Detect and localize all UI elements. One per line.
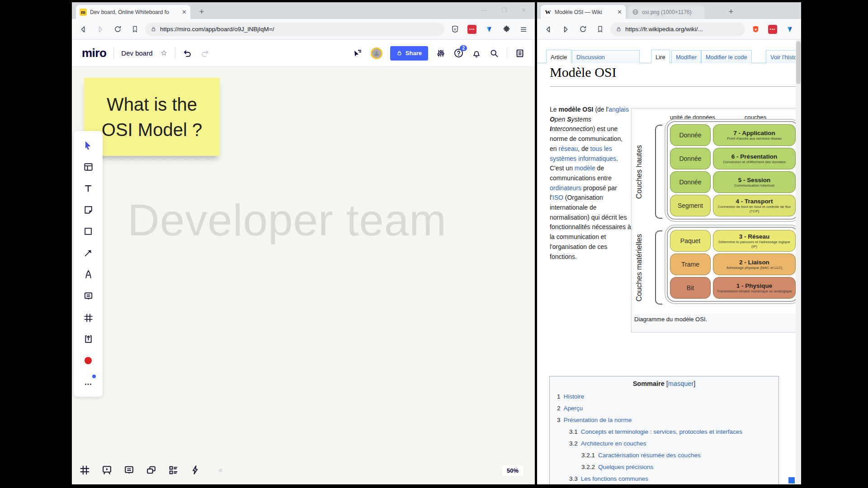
wiki-link[interactable]: ISO bbox=[552, 194, 563, 201]
sticky-note-tool[interactable] bbox=[81, 203, 95, 217]
pen-tool[interactable] bbox=[81, 268, 95, 282]
redo-icon[interactable] bbox=[200, 48, 210, 58]
more-tools[interactable] bbox=[81, 375, 95, 389]
toc-item[interactable]: 3.2.1Caractérisation résumée des couches bbox=[554, 450, 774, 461]
tab-wikipedia[interactable]: W Modèle OSI — Wiki ✕ bbox=[541, 5, 626, 19]
record-tool[interactable] bbox=[81, 354, 95, 367]
password-extension-icon[interactable]: ••• bbox=[465, 23, 479, 36]
forward-button[interactable] bbox=[94, 23, 107, 36]
board-name[interactable]: Dev board bbox=[121, 49, 152, 57]
star-icon[interactable] bbox=[160, 49, 168, 57]
lock-icon bbox=[396, 50, 402, 56]
toc-item[interactable]: 3.2.2Quelques précisions bbox=[554, 461, 774, 473]
teal-extension-icon[interactable] bbox=[482, 23, 496, 36]
comments-panel-icon[interactable] bbox=[123, 464, 135, 476]
reload-button[interactable] bbox=[576, 23, 590, 36]
presentation-icon[interactable] bbox=[100, 464, 113, 476]
wiki-link[interactable]: modèle bbox=[575, 164, 595, 172]
back-button[interactable] bbox=[542, 23, 555, 36]
new-tab-button[interactable]: + bbox=[196, 6, 208, 18]
search-icon[interactable] bbox=[489, 48, 499, 58]
minimize-button[interactable]: — bbox=[478, 4, 491, 16]
toc-item[interactable]: 3.2Architecture en couches bbox=[554, 438, 774, 450]
collapse-toolbar-icon[interactable]: « bbox=[218, 465, 223, 475]
select-tool[interactable] bbox=[81, 139, 95, 152]
settings-sliders-icon[interactable] bbox=[436, 48, 446, 58]
toc-item[interactable]: 3.3Les fonctions communes bbox=[554, 473, 774, 484]
screen: m Dev board, Online Whiteboard fo ✕ + — … bbox=[0, 0, 868, 488]
address-bar[interactable]: https://fr.wikipedia.org/wiki/... bbox=[610, 23, 745, 36]
toc-item[interactable]: 2Aperçu bbox=[554, 403, 774, 414]
shape-tool[interactable] bbox=[81, 225, 95, 238]
tab-article[interactable]: Article bbox=[546, 50, 571, 63]
undo-icon[interactable] bbox=[183, 48, 193, 58]
comment-tool[interactable] bbox=[81, 289, 95, 303]
zoom-level[interactable]: 50% bbox=[502, 465, 523, 476]
brave-shield-icon[interactable] bbox=[749, 23, 762, 36]
tab-close-icon[interactable]: ✕ bbox=[617, 9, 622, 15]
toc-item[interactable]: 3Présentation de la norme bbox=[554, 414, 774, 426]
teal-extension-icon[interactable] bbox=[783, 23, 797, 36]
bookmark-icon[interactable] bbox=[593, 23, 607, 36]
new-tab-button[interactable]: + bbox=[725, 6, 737, 18]
group-label-hautes: Couches hautes bbox=[634, 121, 644, 222]
address-bar[interactable]: https://miro.com/app/board/o9J_lNBjIqM=/ bbox=[145, 23, 444, 36]
upload-tool[interactable] bbox=[81, 333, 95, 346]
automation-icon[interactable] bbox=[189, 464, 202, 476]
frame-title-watermark: Developer team bbox=[127, 195, 447, 246]
help-button[interactable]: 2 bbox=[453, 48, 464, 58]
tab-osi-png[interactable]: osi.png (1000×1176) bbox=[628, 5, 704, 19]
wiki-link[interactable]: ordinateurs bbox=[550, 184, 581, 192]
frames-panel-icon[interactable] bbox=[78, 464, 91, 476]
tab-modifier-le-code[interactable]: Modifier le code bbox=[701, 50, 752, 63]
miro-canvas[interactable]: Developer team What is the OSI Model ? bbox=[72, 67, 535, 484]
templates-tool[interactable] bbox=[81, 160, 95, 174]
maximize-button[interactable]: ❐ bbox=[498, 4, 510, 16]
share-button[interactable]: Share bbox=[390, 46, 428, 61]
wiki-link[interactable]: anglais bbox=[609, 106, 628, 113]
notifications-bell-icon[interactable] bbox=[472, 48, 481, 58]
chat-icon[interactable] bbox=[145, 464, 157, 476]
cards-icon[interactable] bbox=[167, 464, 179, 476]
lock-icon bbox=[151, 26, 156, 32]
scrollbar-thumb[interactable] bbox=[796, 41, 801, 84]
wikipedia-page: Article Discussion Lire Modifier Modifie… bbox=[537, 40, 801, 484]
blue-widget[interactable] bbox=[788, 477, 795, 483]
collaborator-avatar[interactable] bbox=[371, 47, 382, 59]
frame-tool[interactable] bbox=[81, 311, 95, 324]
notes-panel-icon[interactable] bbox=[515, 48, 525, 58]
tab-discussion[interactable]: Discussion bbox=[572, 50, 640, 63]
toc-item[interactable]: 1Histoire bbox=[554, 391, 774, 403]
menu-icon[interactable] bbox=[517, 23, 530, 36]
tab-lire[interactable]: Lire bbox=[651, 50, 670, 63]
extensions-puzzle-icon[interactable] bbox=[500, 23, 513, 36]
sticky-note[interactable]: What is the OSI Model ? bbox=[84, 78, 220, 156]
tab-miro-board[interactable]: m Dev board, Online Whiteboard fo ✕ bbox=[76, 5, 190, 19]
osi-diagram-figure[interactable]: unité de données couches Couches hautes … bbox=[631, 108, 799, 333]
bookmark-icon[interactable] bbox=[128, 23, 142, 36]
miro-logo[interactable]: miro bbox=[82, 46, 106, 60]
reload-button[interactable] bbox=[111, 23, 124, 36]
group-couches-materielles: Paquet3 - RéseauDétermine le parcours et… bbox=[667, 227, 797, 302]
layer-cell: 1 - PhysiqueTransmission binaire numériq… bbox=[713, 277, 796, 299]
toc-hide-link[interactable]: masquer bbox=[668, 380, 693, 387]
lock-icon bbox=[616, 26, 622, 32]
cursor-presence-icon[interactable] bbox=[352, 48, 363, 59]
url-text: https://fr.wikipedia.org/wiki/... bbox=[625, 26, 703, 33]
password-extension-icon[interactable]: ••• bbox=[766, 23, 779, 36]
page-title: Modèle OSI bbox=[550, 65, 616, 80]
column-header-layers: couches bbox=[719, 114, 792, 121]
scrollbar[interactable] bbox=[796, 40, 801, 484]
back-button[interactable] bbox=[76, 23, 90, 36]
forward-button[interactable] bbox=[559, 23, 572, 36]
browser-toolbar: https://miro.com/app/board/o9J_lNBjIqM=/… bbox=[72, 19, 535, 40]
brave-shield-icon[interactable] bbox=[448, 23, 462, 36]
close-button[interactable]: ✕ bbox=[518, 4, 530, 16]
wiki-link[interactable]: réseau bbox=[558, 145, 578, 152]
toc-item[interactable]: 3.1Concepts et terminologie : services, … bbox=[554, 426, 774, 438]
osi-layer-row: Segment4 - TransportConnexion de bout en… bbox=[670, 195, 796, 216]
text-tool[interactable] bbox=[81, 182, 95, 195]
tab-close-icon[interactable]: ✕ bbox=[182, 9, 187, 15]
arrow-tool[interactable] bbox=[81, 246, 95, 260]
tab-modifier[interactable]: Modifier bbox=[671, 50, 701, 63]
